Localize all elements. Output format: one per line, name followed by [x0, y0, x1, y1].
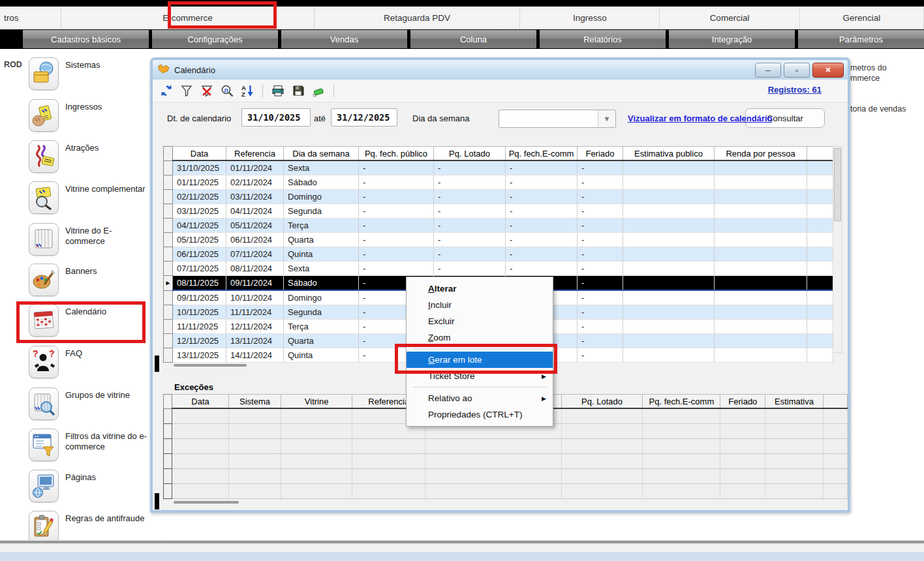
- exceptions-cell[interactable]: [643, 408, 720, 424]
- exceptions-cell[interactable]: [352, 439, 425, 454]
- exceptions-column-header[interactable]: Estimativa: [765, 395, 824, 409]
- grid-cell[interactable]: 13/11/2024: [226, 334, 284, 348]
- exceptions-cell[interactable]: [643, 439, 720, 454]
- table-row[interactable]: 06/11/202507/11/2024Quinta----: [164, 247, 833, 262]
- view-calendar-format-link[interactable]: Vizualizar em formato de calendário: [628, 114, 773, 123]
- grid-cell[interactable]: [623, 247, 715, 262]
- grid-cell[interactable]: [623, 334, 715, 348]
- tab-comercial[interactable]: Comercial: [660, 7, 799, 29]
- exceptions-cell[interactable]: [172, 408, 229, 424]
- exceptions-cell[interactable]: [720, 439, 765, 454]
- exceptions-cell[interactable]: [228, 424, 281, 439]
- exceptions-cell[interactable]: [172, 484, 229, 499]
- menu-cadastros-basicos[interactable]: Cadastros básicos: [23, 30, 149, 48]
- grid-cell[interactable]: [715, 305, 807, 320]
- grid-cell[interactable]: Quarta: [284, 334, 359, 348]
- grid-cell[interactable]: [623, 204, 715, 219]
- grid-cell[interactable]: [715, 204, 807, 219]
- grid-cell[interactable]: 01/11/2025: [173, 175, 226, 190]
- exceptions-cell[interactable]: [765, 454, 824, 469]
- exceptions-cell[interactable]: [765, 408, 824, 424]
- grid-cell[interactable]: -: [434, 219, 506, 233]
- grid-cell[interactable]: Sexta: [284, 262, 359, 276]
- grid-cell[interactable]: 08/11/2025: [173, 276, 226, 291]
- exceptions-cell[interactable]: [561, 408, 643, 424]
- exceptions-cell[interactable]: [765, 424, 824, 439]
- grid-cell[interactable]: -: [578, 233, 623, 247]
- grid-cell[interactable]: 01/11/2024: [226, 160, 284, 175]
- menu-configuracoes[interactable]: Configurações: [152, 30, 278, 48]
- exceptions-column-header[interactable]: Vitrine: [281, 395, 352, 409]
- exceptions-horizontal-scrollbar[interactable]: [174, 501, 239, 504]
- context-menu-item-incluir[interactable]: Incluir: [407, 297, 553, 313]
- exceptions-cell[interactable]: [281, 424, 352, 439]
- date-from-input[interactable]: 31/10/2025: [241, 108, 311, 127]
- grid-cell[interactable]: -: [578, 175, 623, 190]
- grid-cell[interactable]: -: [359, 233, 434, 247]
- exceptions-cell[interactable]: [172, 454, 229, 469]
- exceptions-column-header[interactable]: Feriado: [720, 395, 765, 409]
- filter-clear-icon[interactable]: [200, 83, 214, 98]
- grid-column-header[interactable]: Dia da semana: [284, 147, 359, 161]
- exceptions-cell[interactable]: [561, 439, 643, 454]
- grid-cell[interactable]: -: [578, 190, 623, 204]
- table-row[interactable]: 07/11/202508/11/2024Sexta----: [164, 262, 833, 276]
- grid-cell[interactable]: -: [578, 276, 623, 291]
- grid-cell[interactable]: -: [434, 247, 506, 262]
- grid-cell[interactable]: 02/11/2025: [173, 190, 226, 204]
- grid-cell[interactable]: Quarta: [284, 233, 359, 247]
- grid-cell[interactable]: -: [578, 348, 623, 363]
- grid-cell[interactable]: [623, 190, 715, 204]
- close-button[interactable]: ✕: [812, 63, 844, 78]
- grid-cell[interactable]: -: [506, 175, 578, 190]
- grid-cell[interactable]: Terça: [284, 320, 359, 334]
- grid-cell[interactable]: Sábado: [284, 276, 359, 291]
- grid-cell[interactable]: 07/11/2025: [173, 262, 226, 276]
- grid-cell[interactable]: 03/11/2024: [226, 190, 284, 204]
- export-icon[interactable]: [311, 83, 326, 98]
- save-icon[interactable]: [291, 83, 305, 98]
- grid-cell[interactable]: -: [578, 160, 623, 175]
- grid-cell[interactable]: 10/11/2024: [226, 290, 284, 305]
- maximize-button[interactable]: ▫: [784, 63, 810, 78]
- grid-cell[interactable]: -: [578, 305, 623, 320]
- grid-column-header[interactable]: Referencia: [226, 147, 284, 161]
- exceptions-cell[interactable]: [172, 439, 229, 454]
- sidebar-item-banners[interactable]: Banners: [29, 264, 149, 296]
- grid-cell[interactable]: [715, 247, 807, 262]
- sidebar-item-calendario[interactable]: Calendário: [29, 304, 149, 337]
- exceptions-cell[interactable]: [720, 408, 765, 424]
- exceptions-cell[interactable]: [765, 484, 824, 499]
- grid-cell[interactable]: [715, 262, 807, 276]
- exceptions-cell[interactable]: [172, 469, 229, 484]
- grid-cell[interactable]: -: [578, 219, 623, 233]
- exceptions-cell[interactable]: [281, 484, 352, 499]
- grid-cell[interactable]: [715, 334, 807, 348]
- grid-cell[interactable]: Domingo: [284, 190, 359, 204]
- grid-cell[interactable]: -: [578, 247, 623, 262]
- context-menu-item-propriedades-ctrl-t[interactable]: Propriedades (CTRL+T): [407, 406, 553, 423]
- grid-cell[interactable]: [715, 320, 807, 334]
- table-row[interactable]: 04/11/202505/11/2024Terça----: [164, 219, 833, 233]
- chevron-down-icon[interactable]: ▼: [598, 110, 615, 127]
- table-row[interactable]: 01/11/202502/11/2024Sábado----: [164, 175, 833, 190]
- grid-cell[interactable]: Domingo: [284, 290, 359, 305]
- grid-cell[interactable]: -: [506, 190, 578, 204]
- grid-cell[interactable]: -: [434, 175, 506, 190]
- grid-cell[interactable]: -: [578, 204, 623, 219]
- grid-cell[interactable]: 14/11/2024: [226, 348, 284, 363]
- context-menu-item-alterar[interactable]: Alterar: [407, 280, 553, 297]
- grid-cell[interactable]: 06/11/2024: [226, 233, 284, 247]
- minimize-button[interactable]: ─: [755, 63, 781, 78]
- grid-cell[interactable]: Quinta: [284, 348, 359, 363]
- grid-cell[interactable]: -: [506, 219, 578, 233]
- sidebar-item-vitrine-complementar[interactable]: Vitrine complementar: [29, 181, 149, 214]
- grid-cell[interactable]: Sexta: [284, 160, 359, 175]
- exceptions-cell[interactable]: [765, 439, 824, 454]
- exceptions-cell[interactable]: [228, 439, 281, 454]
- exceptions-cell[interactable]: [172, 424, 229, 439]
- print-icon[interactable]: [271, 83, 285, 98]
- grid-cell[interactable]: -: [578, 334, 623, 348]
- grid-cell[interactable]: 09/11/2025: [173, 290, 226, 305]
- grid-cell[interactable]: [623, 320, 715, 334]
